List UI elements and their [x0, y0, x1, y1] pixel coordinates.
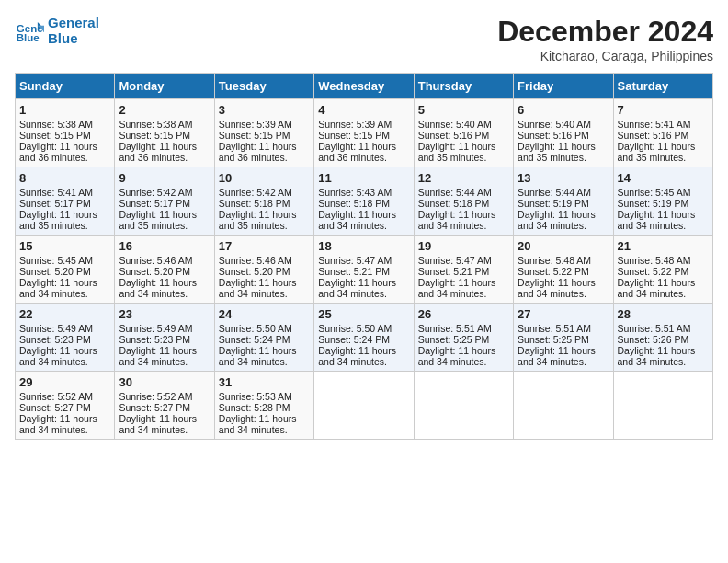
- daylight: Daylight: 11 hours and 34 minutes.: [219, 413, 297, 435]
- day-number: 29: [19, 375, 110, 389]
- sunrise: Sunrise: 5:41 AM: [618, 119, 691, 130]
- sunset: Sunset: 5:24 PM: [219, 334, 290, 345]
- table-cell: 26Sunrise: 5:51 AMSunset: 5:25 PMDayligh…: [414, 304, 513, 372]
- calendar-table: Sunday Monday Tuesday Wednesday Thursday…: [15, 73, 713, 440]
- table-cell: 29Sunrise: 5:52 AMSunset: 5:27 PMDayligh…: [16, 372, 115, 440]
- col-saturday: Saturday: [613, 74, 712, 99]
- col-wednesday: Wednesday: [314, 74, 414, 99]
- daylight: Daylight: 11 hours and 36 minutes.: [219, 141, 297, 163]
- logo: General Blue General Blue: [15, 15, 99, 46]
- sunrise: Sunrise: 5:40 AM: [418, 119, 492, 130]
- col-sunday: Sunday: [16, 74, 115, 99]
- sunrise: Sunrise: 5:39 AM: [219, 119, 292, 130]
- day-number: 6: [518, 103, 609, 117]
- sunrise: Sunrise: 5:39 AM: [318, 119, 392, 130]
- table-cell: 16Sunrise: 5:46 AMSunset: 5:20 PMDayligh…: [115, 236, 214, 304]
- daylight: Daylight: 11 hours and 34 minutes.: [19, 345, 97, 367]
- sunset: Sunset: 5:16 PM: [618, 130, 689, 141]
- daylight: Daylight: 11 hours and 36 minutes.: [119, 141, 197, 163]
- day-number: 21: [618, 239, 709, 253]
- daylight: Daylight: 11 hours and 34 minutes.: [19, 413, 97, 435]
- col-monday: Monday: [115, 74, 214, 99]
- daylight: Daylight: 11 hours and 34 minutes.: [119, 345, 197, 367]
- table-cell: 28Sunrise: 5:51 AMSunset: 5:26 PMDayligh…: [613, 304, 712, 372]
- sunset: Sunset: 5:18 PM: [318, 198, 390, 209]
- daylight: Daylight: 11 hours and 34 minutes.: [618, 345, 696, 367]
- table-cell: 3Sunrise: 5:39 AMSunset: 5:15 PMDaylight…: [214, 99, 313, 167]
- daylight: Daylight: 11 hours and 36 minutes.: [318, 141, 396, 163]
- sunset: Sunset: 5:15 PM: [219, 130, 290, 141]
- sunrise: Sunrise: 5:52 AM: [119, 391, 192, 402]
- day-number: 16: [119, 239, 210, 253]
- col-friday: Friday: [514, 74, 613, 99]
- day-number: 19: [418, 239, 509, 253]
- sunrise: Sunrise: 5:48 AM: [518, 255, 591, 266]
- sunrise: Sunrise: 5:52 AM: [19, 391, 93, 402]
- col-thursday: Thursday: [414, 74, 513, 99]
- day-number: 5: [418, 103, 509, 117]
- sunset: Sunset: 5:17 PM: [119, 198, 190, 209]
- sunrise: Sunrise: 5:49 AM: [19, 323, 93, 334]
- calendar-row: 1Sunrise: 5:38 AMSunset: 5:15 PMDaylight…: [16, 99, 713, 167]
- sunset: Sunset: 5:20 PM: [119, 266, 190, 277]
- day-number: 25: [318, 307, 409, 321]
- table-cell: 31Sunrise: 5:53 AMSunset: 5:28 PMDayligh…: [214, 372, 313, 440]
- daylight: Daylight: 11 hours and 34 minutes.: [119, 413, 197, 435]
- table-cell: 14Sunrise: 5:45 AMSunset: 5:19 PMDayligh…: [613, 167, 712, 236]
- day-number: 28: [618, 307, 709, 321]
- day-number: 26: [418, 307, 509, 321]
- sunset: Sunset: 5:19 PM: [518, 198, 589, 209]
- sunrise: Sunrise: 5:47 AM: [418, 255, 492, 266]
- daylight: Daylight: 11 hours and 35 minutes.: [518, 141, 596, 163]
- calendar-row: 22Sunrise: 5:49 AMSunset: 5:23 PMDayligh…: [16, 304, 713, 372]
- day-number: 9: [119, 171, 210, 185]
- sunrise: Sunrise: 5:45 AM: [618, 187, 691, 198]
- table-cell: 6Sunrise: 5:40 AMSunset: 5:16 PMDaylight…: [514, 99, 613, 167]
- daylight: Daylight: 11 hours and 34 minutes.: [219, 277, 297, 299]
- daylight: Daylight: 11 hours and 34 minutes.: [518, 209, 596, 231]
- day-number: 8: [19, 171, 110, 185]
- sunrise: Sunrise: 5:48 AM: [618, 255, 691, 266]
- sunset: Sunset: 5:24 PM: [318, 334, 390, 345]
- sunrise: Sunrise: 5:51 AM: [418, 323, 492, 334]
- day-number: 15: [19, 239, 110, 253]
- sunset: Sunset: 5:15 PM: [119, 130, 190, 141]
- table-cell: [514, 372, 613, 440]
- sunrise: Sunrise: 5:38 AM: [19, 119, 93, 130]
- sunset: Sunset: 5:25 PM: [418, 334, 490, 345]
- daylight: Daylight: 11 hours and 35 minutes.: [119, 209, 197, 231]
- sunset: Sunset: 5:23 PM: [19, 334, 91, 345]
- sunset: Sunset: 5:23 PM: [119, 334, 190, 345]
- table-cell: [414, 372, 513, 440]
- calendar-row: 15Sunrise: 5:45 AMSunset: 5:20 PMDayligh…: [16, 236, 713, 304]
- day-number: 17: [219, 239, 310, 253]
- svg-text:Blue: Blue: [17, 32, 40, 43]
- sunset: Sunset: 5:27 PM: [19, 402, 91, 413]
- sunrise: Sunrise: 5:47 AM: [318, 255, 392, 266]
- logo-blue: Blue: [48, 30, 99, 46]
- daylight: Daylight: 11 hours and 36 minutes.: [19, 141, 97, 163]
- sunset: Sunset: 5:15 PM: [19, 130, 91, 141]
- table-cell: 2Sunrise: 5:38 AMSunset: 5:15 PMDaylight…: [115, 99, 214, 167]
- table-cell: 25Sunrise: 5:50 AMSunset: 5:24 PMDayligh…: [314, 304, 414, 372]
- table-cell: 21Sunrise: 5:48 AMSunset: 5:22 PMDayligh…: [613, 236, 712, 304]
- sunrise: Sunrise: 5:42 AM: [219, 187, 292, 198]
- table-cell: 8Sunrise: 5:41 AMSunset: 5:17 PMDaylight…: [16, 167, 115, 236]
- day-number: 7: [618, 103, 709, 117]
- logo-icon: General Blue: [15, 16, 44, 45]
- sunset: Sunset: 5:20 PM: [219, 266, 290, 277]
- sunrise: Sunrise: 5:46 AM: [219, 255, 292, 266]
- sunset: Sunset: 5:21 PM: [318, 266, 390, 277]
- sunrise: Sunrise: 5:43 AM: [318, 187, 392, 198]
- sunset: Sunset: 5:18 PM: [418, 198, 490, 209]
- sunrise: Sunrise: 5:50 AM: [318, 323, 392, 334]
- sunrise: Sunrise: 5:49 AM: [119, 323, 192, 334]
- table-cell: 24Sunrise: 5:50 AMSunset: 5:24 PMDayligh…: [214, 304, 313, 372]
- table-cell: 30Sunrise: 5:52 AMSunset: 5:27 PMDayligh…: [115, 372, 214, 440]
- day-number: 22: [19, 307, 110, 321]
- sunset: Sunset: 5:19 PM: [618, 198, 689, 209]
- header: General Blue General Blue December 2024 …: [15, 15, 713, 63]
- day-number: 3: [219, 103, 310, 117]
- table-cell: 18Sunrise: 5:47 AMSunset: 5:21 PMDayligh…: [314, 236, 414, 304]
- table-cell: 12Sunrise: 5:44 AMSunset: 5:18 PMDayligh…: [414, 167, 513, 236]
